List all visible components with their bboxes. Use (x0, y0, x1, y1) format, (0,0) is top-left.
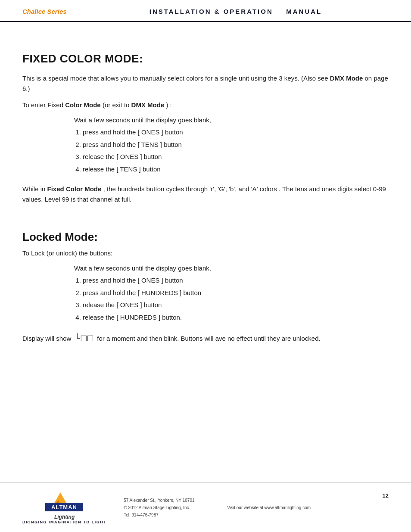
footer-logo: ALTMAN Lighting BRINGING IMAGINATION TO … (22, 491, 106, 524)
list-item: release the [ ONES ] button (83, 151, 389, 163)
brand-label: Chalice Series (22, 8, 83, 15)
list-item: release the [ TENS ] button (83, 163, 389, 176)
section1-indent-intro: Wait a few seconds until the display goe… (74, 116, 389, 124)
section1-intro2: To enter Fixed Color Mode (or exit to DM… (22, 100, 389, 110)
section1-note: While in Fixed Color Mode , the hundreds… (22, 184, 389, 205)
header: Chalice Series INSTALLATION & OPERATION … (0, 0, 411, 22)
footer-tagline: BRINGING IMAGINATION TO LIGHT (22, 520, 106, 524)
footer-website-block: Visit our website at www.altmanlighting.… (227, 504, 382, 511)
section1-fixed-color-bold: Fixed Color Mode (47, 185, 102, 193)
header-title-sub: Manual (286, 8, 322, 15)
section2-intro: To Lock (or unlock) the buttons: (22, 248, 389, 258)
svg-text:ALTMAN: ALTMAN (51, 504, 77, 510)
lighting-text: Lighting (54, 514, 75, 520)
list-item: press and hold the [ TENS ] button (83, 139, 389, 151)
footer-info: 57 Alexander St., Yonkers, NY 10701 © 20… (124, 497, 227, 519)
footer-website: Visit our website at www.altmanlighting.… (227, 504, 382, 511)
section2-steps-block: Wait a few seconds until the display goe… (22, 264, 389, 324)
section1-dmx-mode-bold: DMX Mode (131, 101, 165, 109)
section2-steps-list: press and hold the [ ONES ] button press… (83, 274, 389, 324)
section1-steps-list: press and hold the [ ONES ] button press… (83, 126, 389, 175)
footer: ALTMAN Lighting BRINGING IMAGINATION TO … (0, 482, 411, 532)
section2-display-note: Display will show └□□ for a moment and t… (22, 331, 389, 346)
section1-color-mode-bold: Color Mode (65, 101, 101, 109)
footer-address-line1: 57 Alexander St., Yonkers, NY 10701 (124, 497, 227, 504)
list-item: release the [ ONES ] button (83, 299, 389, 311)
header-title-main: INSTALLATION & OPERATION (149, 8, 273, 15)
section1-title: FIXED COLOR MODE: (22, 52, 389, 65)
list-item: press and hold the [ ONES ] button (83, 274, 389, 287)
section1-steps-block: Wait a few seconds until the display goe… (22, 116, 389, 175)
section2-indent-intro: Wait a few seconds until the display goe… (74, 264, 389, 272)
altman-logo-graphic: ALTMAN (45, 491, 84, 513)
list-item: press and hold the [ HUNDREDS ] button (83, 287, 389, 299)
footer-phone: Tel: 914-476-7987 (124, 511, 227, 519)
list-item: press and hold the [ ONES ] button (83, 126, 389, 139)
section1-dmx-bold: DMX Mode (330, 75, 363, 82)
footer-address-line2: © 2012 Altman Stage Lighting, Inc. (124, 504, 227, 511)
section1-intro1: This is a special mode that allows you t… (22, 73, 389, 94)
list-item: release the [ HUNDREDS ] button. (83, 311, 389, 324)
header-title: INSTALLATION & OPERATION Manual (83, 8, 389, 15)
page: Chalice Series INSTALLATION & OPERATION … (0, 0, 411, 532)
section2-title: Locked Mode: (22, 230, 389, 244)
loc-symbol: └□□ (75, 331, 94, 346)
main-content: FIXED COLOR MODE: This is a special mode… (0, 22, 411, 346)
footer-page-number: 12 (383, 491, 389, 499)
